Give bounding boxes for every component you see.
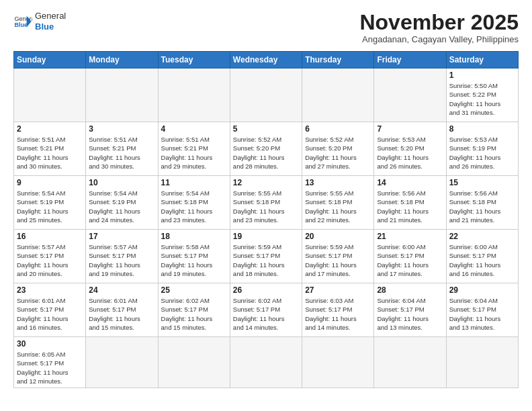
calendar-cell: 19Sunrise: 5:59 AMSunset: 5:17 PMDayligh… bbox=[230, 230, 302, 283]
day-info: Sunrise: 5:53 AMSunset: 5:20 PMDaylight:… bbox=[377, 135, 443, 171]
calendar-cell: 26Sunrise: 6:02 AMSunset: 5:17 PMDayligh… bbox=[230, 283, 302, 337]
day-number: 4 bbox=[161, 124, 227, 134]
day-info: Sunrise: 6:02 AMSunset: 5:17 PMDaylight:… bbox=[233, 296, 299, 332]
day-info: Sunrise: 5:56 AMSunset: 5:18 PMDaylight:… bbox=[449, 189, 515, 224]
day-info: Sunrise: 6:04 AMSunset: 5:17 PMDaylight:… bbox=[449, 296, 515, 332]
day-info: Sunrise: 5:54 AMSunset: 5:19 PMDaylight:… bbox=[17, 189, 83, 224]
weekday-header-wednesday: Wednesday bbox=[230, 52, 302, 68]
logo-blue: Blue bbox=[35, 21, 66, 32]
week-row-2: 2Sunrise: 5:51 AMSunset: 5:21 PMDaylight… bbox=[14, 122, 519, 176]
calendar-cell: 15Sunrise: 5:56 AMSunset: 5:18 PMDayligh… bbox=[446, 176, 518, 230]
calendar-cell: 8Sunrise: 5:53 AMSunset: 5:19 PMDaylight… bbox=[446, 122, 518, 176]
day-info: Sunrise: 6:01 AMSunset: 5:17 PMDaylight:… bbox=[17, 296, 83, 332]
calendar-body: 1Sunrise: 5:50 AMSunset: 5:22 PMDaylight… bbox=[14, 68, 519, 388]
calendar-cell: 3Sunrise: 5:51 AMSunset: 5:21 PMDaylight… bbox=[86, 122, 158, 176]
weekday-header-tuesday: Tuesday bbox=[158, 52, 230, 68]
day-number: 27 bbox=[305, 285, 371, 295]
calendar-cell: 4Sunrise: 5:51 AMSunset: 5:21 PMDaylight… bbox=[158, 122, 230, 176]
svg-text:Blue: Blue bbox=[14, 21, 28, 28]
day-number: 22 bbox=[449, 232, 515, 241]
day-number: 1 bbox=[449, 71, 515, 80]
day-info: Sunrise: 5:54 AMSunset: 5:19 PMDaylight:… bbox=[89, 189, 154, 224]
calendar-cell bbox=[302, 68, 374, 122]
day-info: Sunrise: 5:59 AMSunset: 5:17 PMDaylight:… bbox=[305, 242, 371, 278]
calendar-cell: 6Sunrise: 5:52 AMSunset: 5:20 PMDaylight… bbox=[302, 122, 374, 176]
day-info: Sunrise: 6:00 AMSunset: 5:17 PMDaylight:… bbox=[449, 242, 515, 278]
week-row-1: 1Sunrise: 5:50 AMSunset: 5:22 PMDaylight… bbox=[14, 68, 519, 122]
calendar-cell: 5Sunrise: 5:52 AMSunset: 5:20 PMDaylight… bbox=[230, 122, 302, 176]
day-number: 24 bbox=[89, 285, 154, 295]
day-number: 26 bbox=[233, 285, 299, 295]
day-info: Sunrise: 6:03 AMSunset: 5:17 PMDaylight:… bbox=[305, 296, 371, 332]
day-number: 28 bbox=[377, 285, 443, 295]
day-number: 17 bbox=[89, 232, 154, 241]
location: Angadanan, Cagayan Valley, Philippines bbox=[359, 34, 519, 44]
calendar-cell bbox=[302, 337, 374, 388]
day-info: Sunrise: 5:51 AMSunset: 5:21 PMDaylight:… bbox=[17, 135, 83, 171]
day-number: 18 bbox=[161, 232, 227, 241]
weekday-header-sunday: Sunday bbox=[14, 52, 86, 68]
calendar-cell: 24Sunrise: 6:01 AMSunset: 5:17 PMDayligh… bbox=[86, 283, 158, 337]
logo-icon: General Blue bbox=[13, 12, 32, 31]
week-row-4: 16Sunrise: 5:57 AMSunset: 5:17 PMDayligh… bbox=[14, 230, 519, 283]
calendar-cell: 21Sunrise: 6:00 AMSunset: 5:17 PMDayligh… bbox=[374, 230, 446, 283]
calendar-cell: 2Sunrise: 5:51 AMSunset: 5:21 PMDaylight… bbox=[14, 122, 86, 176]
weekday-header-thursday: Thursday bbox=[302, 52, 374, 68]
day-number: 14 bbox=[377, 178, 443, 187]
page-header: General Blue General Blue November 2025 … bbox=[13, 11, 519, 44]
day-number: 12 bbox=[233, 178, 299, 187]
day-number: 15 bbox=[449, 178, 515, 187]
calendar-cell: 20Sunrise: 5:59 AMSunset: 5:17 PMDayligh… bbox=[302, 230, 374, 283]
calendar-cell: 28Sunrise: 6:04 AMSunset: 5:17 PMDayligh… bbox=[374, 283, 446, 337]
day-info: Sunrise: 5:50 AMSunset: 5:22 PMDaylight:… bbox=[449, 81, 515, 117]
day-info: Sunrise: 5:59 AMSunset: 5:17 PMDaylight:… bbox=[233, 242, 299, 278]
day-number: 20 bbox=[305, 232, 371, 241]
day-info: Sunrise: 6:01 AMSunset: 5:17 PMDaylight:… bbox=[89, 296, 154, 332]
day-info: Sunrise: 5:58 AMSunset: 5:17 PMDaylight:… bbox=[161, 242, 227, 278]
calendar-cell: 7Sunrise: 5:53 AMSunset: 5:20 PMDaylight… bbox=[374, 122, 446, 176]
day-number: 8 bbox=[449, 124, 515, 134]
title-block: November 2025 Angadanan, Cagayan Valley,… bbox=[359, 11, 519, 44]
calendar-cell: 1Sunrise: 5:50 AMSunset: 5:22 PMDaylight… bbox=[446, 68, 518, 122]
day-info: Sunrise: 5:51 AMSunset: 5:21 PMDaylight:… bbox=[161, 135, 227, 171]
day-info: Sunrise: 5:52 AMSunset: 5:20 PMDaylight:… bbox=[305, 135, 371, 171]
day-info: Sunrise: 5:57 AMSunset: 5:17 PMDaylight:… bbox=[89, 242, 154, 278]
logo-text: General Blue bbox=[35, 11, 66, 32]
calendar-cell bbox=[86, 68, 158, 122]
calendar-cell: 29Sunrise: 6:04 AMSunset: 5:17 PMDayligh… bbox=[446, 283, 518, 337]
calendar-cell: 25Sunrise: 6:02 AMSunset: 5:17 PMDayligh… bbox=[158, 283, 230, 337]
day-number: 25 bbox=[161, 285, 227, 295]
day-number: 10 bbox=[89, 178, 154, 187]
calendar-cell: 22Sunrise: 6:00 AMSunset: 5:17 PMDayligh… bbox=[446, 230, 518, 283]
day-number: 5 bbox=[233, 124, 299, 134]
day-info: Sunrise: 5:51 AMSunset: 5:21 PMDaylight:… bbox=[89, 135, 154, 171]
day-number: 30 bbox=[17, 339, 83, 349]
day-info: Sunrise: 5:53 AMSunset: 5:19 PMDaylight:… bbox=[449, 135, 515, 171]
week-row-5: 23Sunrise: 6:01 AMSunset: 5:17 PMDayligh… bbox=[14, 283, 519, 337]
week-row-6: 30Sunrise: 6:05 AMSunset: 5:17 PMDayligh… bbox=[14, 337, 519, 388]
calendar-cell: 14Sunrise: 5:56 AMSunset: 5:18 PMDayligh… bbox=[374, 176, 446, 230]
weekday-header-friday: Friday bbox=[374, 52, 446, 68]
weekday-row: SundayMondayTuesdayWednesdayThursdayFrid… bbox=[14, 52, 519, 68]
day-info: Sunrise: 6:05 AMSunset: 5:17 PMDaylight:… bbox=[17, 350, 83, 385]
day-number: 3 bbox=[89, 124, 154, 134]
day-info: Sunrise: 5:56 AMSunset: 5:18 PMDaylight:… bbox=[377, 189, 443, 224]
day-number: 21 bbox=[377, 232, 443, 241]
day-info: Sunrise: 5:52 AMSunset: 5:20 PMDaylight:… bbox=[233, 135, 299, 171]
calendar-cell: 13Sunrise: 5:55 AMSunset: 5:18 PMDayligh… bbox=[302, 176, 374, 230]
day-number: 2 bbox=[17, 124, 83, 134]
day-info: Sunrise: 6:04 AMSunset: 5:17 PMDaylight:… bbox=[377, 296, 443, 332]
calendar-cell: 11Sunrise: 5:54 AMSunset: 5:18 PMDayligh… bbox=[158, 176, 230, 230]
calendar-cell: 16Sunrise: 5:57 AMSunset: 5:17 PMDayligh… bbox=[14, 230, 86, 283]
weekday-header-monday: Monday bbox=[86, 52, 158, 68]
day-number: 6 bbox=[305, 124, 371, 134]
calendar-table: SundayMondayTuesdayWednesdayThursdayFrid… bbox=[13, 51, 519, 388]
calendar-cell bbox=[230, 337, 302, 388]
calendar-cell bbox=[230, 68, 302, 122]
day-number: 23 bbox=[17, 285, 83, 295]
calendar-cell bbox=[14, 68, 86, 122]
calendar-cell bbox=[158, 337, 230, 388]
calendar-cell: 10Sunrise: 5:54 AMSunset: 5:19 PMDayligh… bbox=[86, 176, 158, 230]
calendar-cell: 27Sunrise: 6:03 AMSunset: 5:17 PMDayligh… bbox=[302, 283, 374, 337]
calendar-cell: 30Sunrise: 6:05 AMSunset: 5:17 PMDayligh… bbox=[14, 337, 86, 388]
